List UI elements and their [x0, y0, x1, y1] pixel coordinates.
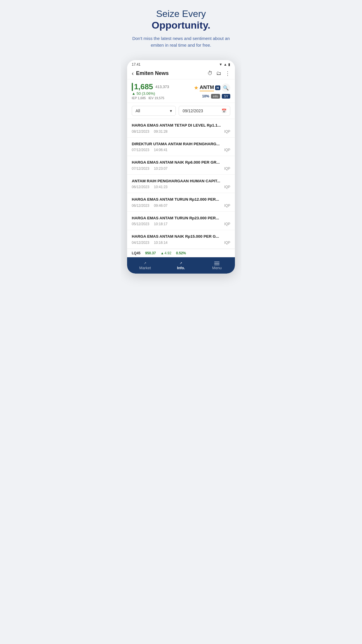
app-header: ‹ Emiten News ⏱ 🗂 ⋮ [127, 68, 235, 79]
search-button[interactable]: 🔍 [222, 83, 230, 92]
news-title: HARGA EMAS ANTAM NAIK Rp15.000 PER G... [132, 234, 230, 239]
ticker-change-up: ▲ 4.92 [161, 251, 171, 255]
news-list: HARGA EMAS ANTAM TETAP DI LEVEL Rp1.1...… [127, 119, 235, 249]
news-date: 05/12/2023 [132, 222, 149, 226]
news-source: IQP [224, 148, 230, 152]
news-item[interactable]: HARGA EMAS ANTAM TURUN Rp12.000 PER... 0… [127, 193, 235, 212]
news-time: 10:16:14 [154, 241, 168, 245]
timer-icon[interactable]: ⏱ [208, 70, 213, 76]
news-source: IQP [224, 185, 230, 189]
news-date: 06/12/2023 [132, 185, 149, 189]
status-time: 17.41 [132, 62, 140, 66]
page-wrapper: Seize Every Opportunity. Don't miss the … [121, 0, 241, 274]
date-filter[interactable]: 09/12/2023 📅 [179, 106, 230, 116]
price-bar [132, 83, 133, 91]
info-arrow-icon: ↗ [180, 261, 182, 265]
sy-badge[interactable]: SY [222, 94, 230, 99]
status-icons: ▼ ▲ ▮ [219, 62, 230, 66]
star-icon[interactable]: ★ [194, 85, 198, 91]
news-item[interactable]: HARGA EMAS ANTAM NAIK Rp15.000 PER G... … [127, 230, 235, 249]
news-time: 10:23:07 [154, 167, 168, 171]
nav-item-menu[interactable]: Menu [199, 260, 235, 271]
news-time: 09:31:28 [154, 130, 168, 134]
dropdown-icon: ▾ [170, 108, 172, 113]
news-item[interactable]: HARGA EMAS ANTAM TETAP DI LEVEL Rp1.1...… [127, 119, 235, 138]
iev-label: IEV [148, 96, 154, 100]
stock-right: ★ ANTM H 🔍 10% info SY [194, 83, 230, 99]
pct-badge: 10% [202, 94, 209, 98]
stock-price: 1,685 [134, 82, 153, 91]
ticker-change: 4.92 [165, 251, 171, 255]
news-title: ANTAM RAIH PENGHARGAAN HUMAN CAPIT... [132, 178, 230, 184]
news-date: 06/12/2023 [132, 204, 149, 208]
nav-item-market[interactable]: ↗ Market [127, 260, 163, 271]
news-source: IQP [224, 204, 230, 208]
bottom-nav: ↗ Market ↗ Info. Menu [127, 257, 235, 274]
stock-price-section: 1,685 413,373 ▲ 50 (3.06%) IEP 1,685 IEV… [132, 82, 169, 100]
ticker-pct: 0.52% [176, 251, 186, 255]
category-value: All [136, 108, 140, 113]
more-icon[interactable]: ⋮ [225, 70, 230, 77]
news-item[interactable]: HARGA EMAS ANTAM TURUN Rp23.000 PER... 0… [127, 212, 235, 230]
iep-label: IEP [132, 96, 138, 100]
news-meta: 08/12/2023 09:31:28 IQP [132, 130, 230, 134]
hero-section: Seize Every Opportunity. Don't miss the … [121, 8, 241, 55]
news-source: IQP [224, 167, 230, 171]
hero-title-bold: Opportunity. [130, 19, 232, 31]
hero-title-light: Seize Every [130, 8, 232, 19]
filter-row: All ▾ 09/12/2023 📅 [127, 103, 235, 119]
page-title: Emiten News [136, 70, 169, 76]
news-time: 10:18:17 [154, 222, 168, 226]
news-date: 07/12/2023 [132, 148, 149, 152]
market-arrow-icon: ↗ [144, 261, 146, 265]
up-arrow-icon: ▲ [161, 251, 164, 255]
news-meta: 07/12/2023 10:23:07 IQP [132, 167, 230, 171]
news-title: HARGA EMAS ANTAM NAIK Rp6.000 PER GR... [132, 160, 230, 165]
news-meta: 07/12/2023 14:06:41 IQP [132, 148, 230, 152]
phone-mockup: 17.41 ▼ ▲ ▮ ‹ Emiten News ⏱ 🗂 ⋮ [127, 60, 235, 274]
news-source: IQP [224, 241, 230, 245]
news-item[interactable]: ANTAM RAIH PENGHARGAAN HUMAN CAPIT... 06… [127, 175, 235, 193]
ticker-bar-label: LQ45 [132, 251, 140, 255]
date-value: 09/12/2023 [182, 108, 203, 113]
inbox-icon[interactable]: 🗂 [216, 70, 222, 76]
category-filter[interactable]: All ▾ [132, 106, 176, 116]
nav-item-info[interactable]: ↗ Info. [163, 260, 199, 271]
news-meta: 06/12/2023 09:46:07 IQP [132, 204, 230, 208]
hero-subtitle: Don't miss the latest news and sentiment… [130, 35, 232, 48]
nav-menu-label: Menu [212, 266, 222, 270]
wifi-icon: ▼ [219, 62, 222, 66]
news-time: 09:46:07 [154, 204, 168, 208]
info-badge[interactable]: info [211, 94, 220, 99]
stock-info-section: 1,685 413,373 ▲ 50 (3.06%) IEP 1,685 IEV… [127, 79, 235, 103]
news-item[interactable]: HARGA EMAS ANTAM NAIK Rp6.000 PER GR... … [127, 156, 235, 175]
nav-market-label: Market [139, 266, 151, 270]
news-time: 14:06:41 [154, 148, 168, 152]
news-date: 08/12/2023 [132, 130, 149, 134]
ticker-bar: LQ45 950.37 ▲ 4.92 0.52% [127, 249, 235, 257]
battery-icon: ▮ [228, 62, 230, 66]
news-item[interactable]: DIREKTUR UTAMA ANTAM RAIH PENGHARG... 07… [127, 138, 235, 156]
h-badge: H [215, 85, 220, 90]
iep-value: 1,685 [138, 96, 146, 100]
news-meta: 06/12/2023 10:41:23 IQP [132, 185, 230, 189]
menu-icon [214, 262, 219, 265]
news-time: 10:41:23 [154, 185, 168, 189]
ticker-row: ★ ANTM H 🔍 [194, 83, 230, 92]
header-right: ⏱ 🗂 ⋮ [208, 70, 230, 77]
news-meta: 05/12/2023 10:18:17 IQP [132, 222, 230, 226]
calendar-icon: 📅 [222, 108, 226, 113]
stock-change: ▲ 50 (3.06%) [132, 91, 169, 96]
stock-volume: 413,373 [155, 85, 169, 89]
news-title: HARGA EMAS ANTAM TETAP DI LEVEL Rp1.1... [132, 123, 230, 128]
status-bar: 17.41 ▼ ▲ ▮ [127, 60, 235, 68]
nav-info-label: Info. [177, 266, 185, 270]
back-button[interactable]: ‹ [132, 70, 134, 77]
ticker-name[interactable]: ANTM [200, 85, 214, 91]
stock-extra: IEP 1,685 IEV 19,575 [132, 96, 169, 100]
news-title: DIREKTUR UTAMA ANTAM RAIH PENGHARG... [132, 141, 230, 147]
iev-value: 19,575 [154, 96, 164, 100]
news-title: HARGA EMAS ANTAM TURUN Rp12.000 PER... [132, 197, 230, 202]
ticker-bar-value: 950.37 [145, 251, 156, 255]
news-source: IQP [224, 130, 230, 134]
